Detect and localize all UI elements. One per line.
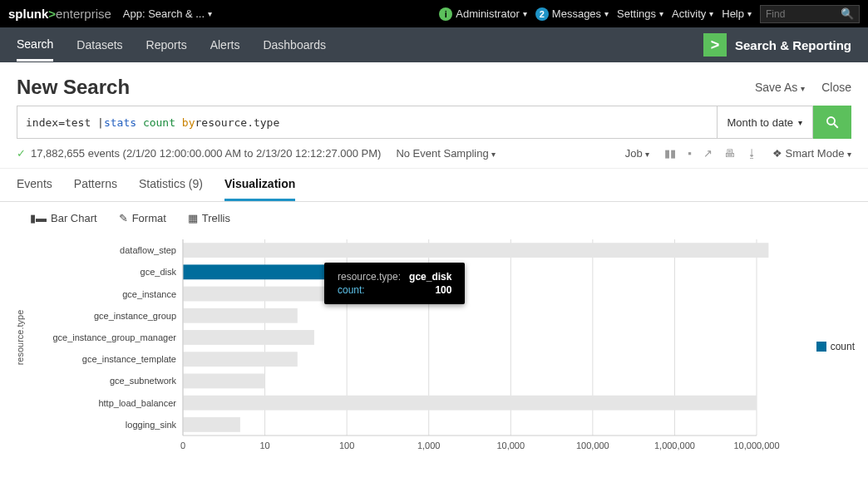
search-kw-stats: stats: [104, 116, 136, 129]
svg-text:gce_instance_group_manager: gce_instance_group_manager: [52, 332, 176, 342]
nav-alerts[interactable]: Alerts: [210, 38, 240, 52]
search-text-prefix: index=test |: [26, 116, 104, 129]
tab-patterns[interactable]: Patterns: [74, 177, 117, 201]
app-navbar: Search Datasets Reports Alerts Dashboard…: [0, 27, 868, 62]
svg-text:gce_disk: gce_disk: [141, 267, 177, 277]
caret-icon: ▾: [798, 118, 802, 127]
save-as-button[interactable]: Save As ▾: [755, 81, 805, 94]
time-range-label: Month to date: [727, 116, 794, 129]
nav-dashboards[interactable]: Dashboards: [263, 38, 326, 52]
grid-icon: ▦: [188, 212, 198, 224]
admin-menu[interactable]: i Administrator ▾: [439, 7, 527, 21]
find-box[interactable]: 🔍: [760, 5, 860, 23]
svg-text:gce_instance: gce_instance: [122, 289, 176, 299]
sampling-picker[interactable]: No Event Sampling ▾: [396, 147, 496, 160]
svg-rect-28: [183, 352, 298, 367]
tooltip-key-count: count:: [334, 284, 404, 296]
chart-legend: count: [816, 341, 855, 352]
svg-text:10,000,000: 10,000,000: [733, 440, 779, 450]
chart-type-picker[interactable]: ▮▬Bar Chart: [30, 212, 97, 224]
tooltip-value-count: 100: [406, 284, 455, 296]
caret-icon: ▾: [523, 9, 527, 18]
caret-icon: ▾: [847, 150, 851, 159]
help-label: Help: [722, 7, 744, 20]
search-kw-count: count: [143, 116, 175, 129]
logo: splunk>enterprise: [8, 7, 111, 21]
page-header: New Search Save As ▾ Close: [0, 62, 868, 106]
status-row: ✓ 17,882,655 events (2/1/20 12:00:00.000…: [0, 139, 868, 169]
svg-point-0: [827, 117, 835, 125]
caret-icon: ▾: [747, 9, 752, 18]
find-input[interactable]: [766, 8, 841, 20]
caret-icon: ▾: [491, 150, 496, 159]
bar-chart-icon: ▮▬: [30, 212, 47, 224]
svg-text:resource.type: resource.type: [15, 310, 25, 366]
print-icon[interactable]: 🖶: [724, 147, 735, 160]
run-search-button[interactable]: [813, 106, 851, 139]
app-picker-label: App: Search & ...: [123, 7, 205, 20]
time-range-picker[interactable]: Month to date ▾: [718, 106, 814, 139]
tab-statistics[interactable]: Statistics (9): [139, 177, 203, 201]
global-topbar: splunk>enterprise App: Search & ... ▾ i …: [0, 0, 868, 27]
tooltip-key-resource: resource.type:: [334, 271, 404, 283]
search-text-tail: resource.type: [195, 116, 280, 129]
svg-rect-24: [183, 308, 298, 323]
app-title: Search & Reporting: [735, 38, 851, 52]
trellis-button[interactable]: ▦Trellis: [188, 212, 230, 224]
svg-text:logging_sink: logging_sink: [126, 420, 177, 430]
svg-text:10,000: 10,000: [496, 440, 525, 450]
tab-events[interactable]: Events: [17, 177, 52, 201]
search-icon: 🔍: [841, 7, 854, 20]
viz-toolbar: ▮▬Bar Chart ✎Format ▦Trellis: [0, 202, 868, 234]
share-icon[interactable]: ↗: [703, 147, 713, 160]
app-picker[interactable]: App: Search & ... ▾: [123, 7, 212, 20]
search-mode-picker[interactable]: ❖ Smart Mode ▾: [772, 147, 851, 160]
svg-rect-20: [183, 264, 347, 279]
pencil-icon: ✎: [119, 212, 128, 224]
svg-text:gce_instance_template: gce_instance_template: [82, 354, 176, 364]
svg-rect-30: [183, 374, 265, 389]
format-button[interactable]: ✎Format: [119, 212, 166, 224]
messages-menu[interactable]: 2 Messages ▾: [535, 7, 609, 21]
close-button[interactable]: Close: [821, 81, 851, 94]
search-icon: [825, 115, 840, 130]
job-menu[interactable]: Job ▾: [625, 147, 650, 160]
result-tabs: Events Patterns Statistics (9) Visualiza…: [0, 169, 868, 202]
help-menu[interactable]: Help ▾: [722, 7, 752, 20]
stop-icon[interactable]: ▪: [688, 147, 692, 160]
nav-datasets[interactable]: Datasets: [76, 38, 122, 52]
svg-text:10: 10: [259, 440, 269, 450]
svg-line-1: [834, 124, 838, 128]
svg-text:100,000: 100,000: [576, 440, 609, 450]
svg-text:1,000,000: 1,000,000: [654, 440, 695, 450]
legend-label: count: [831, 341, 855, 352]
caret-icon: ▾: [709, 9, 713, 18]
messages-label: Messages: [552, 7, 601, 20]
tooltip-value-resource: gce_disk: [406, 271, 455, 283]
messages-badge-icon: 2: [535, 7, 549, 21]
caret-icon: ▾: [645, 150, 649, 159]
event-summary: 17,882,655 events (2/1/20 12:00:00.000 A…: [31, 147, 381, 160]
app-logo-icon: >: [703, 33, 727, 57]
legend-swatch-icon: [816, 342, 826, 352]
svg-text:0: 0: [180, 440, 185, 450]
settings-menu[interactable]: Settings ▾: [617, 7, 663, 20]
nav-search[interactable]: Search: [17, 29, 53, 62]
tab-visualization[interactable]: Visualization: [224, 177, 295, 201]
search-input[interactable]: index=test | stats count by resource.typ…: [17, 106, 718, 139]
svg-rect-22: [183, 287, 328, 302]
pause-icon[interactable]: ▮▮: [664, 147, 676, 160]
caret-icon: ▾: [659, 9, 663, 18]
activity-label: Activity: [672, 7, 706, 20]
logo-gt: >: [48, 7, 56, 21]
check-icon: ✓: [17, 147, 26, 160]
svg-rect-18: [183, 243, 768, 258]
page-title: New Search: [17, 76, 130, 99]
svg-text:1,000: 1,000: [417, 440, 441, 450]
caret-icon: ▾: [208, 9, 212, 18]
nav-reports[interactable]: Reports: [146, 38, 187, 52]
download-icon[interactable]: ⭳: [747, 147, 757, 160]
search-row: index=test | stats count by resource.typ…: [0, 106, 868, 139]
svg-rect-34: [183, 417, 240, 432]
activity-menu[interactable]: Activity ▾: [672, 7, 713, 20]
